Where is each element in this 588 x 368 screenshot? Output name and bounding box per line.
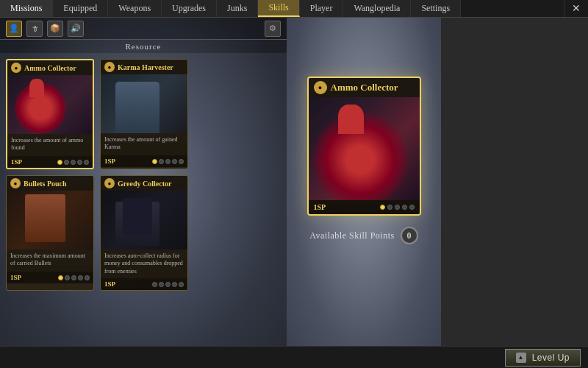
available-skill-points: Available Skill Points 0 [309, 227, 417, 244]
selected-card-dots [380, 205, 415, 210]
nav-missions[interactable]: Missions [0, 0, 53, 17]
skill-icon-special[interactable]: ⚙ [265, 21, 281, 37]
dot-1 [380, 205, 385, 210]
dot-3 [71, 160, 76, 165]
dot-4 [172, 159, 177, 164]
ammo-collector-title: Ammo Collector [24, 64, 76, 72]
karma-harvester-sp: 1SP [104, 158, 115, 165]
skill-icons-bar: 👤 🗡 📦 🔊 ⚙ [0, 18, 287, 40]
greedy-collector-dots [152, 282, 184, 287]
dot-1 [58, 275, 63, 280]
level-up-button[interactable]: ▲ Level Up [505, 349, 581, 367]
bullets-pouch-dots [58, 275, 90, 280]
greedy-collector-desc: Increases auto-collect radius for money … [101, 250, 187, 278]
ammo-collector-dots [57, 160, 89, 165]
dot-1 [57, 160, 62, 165]
nav-skills[interactable]: Skills [258, 0, 299, 17]
karma-harvester-image [101, 74, 187, 133]
selected-card-icon: ● [314, 81, 327, 94]
ammo-collector-icon: ● [11, 63, 21, 73]
dot-2 [159, 159, 164, 164]
dot-3 [165, 282, 171, 287]
resource-label: Resource [0, 40, 287, 53]
nav-equipped[interactable]: Equipped [53, 0, 108, 17]
selected-card-image [309, 97, 420, 200]
bullets-pouch-title: Bullets Pouch [24, 180, 67, 188]
dot-2 [65, 275, 70, 280]
selected-card-title: Ammo Collector [331, 82, 398, 93]
dot-3 [395, 205, 400, 210]
card-ammo-collector[interactable]: ● Ammo Collector Increases the amount of… [6, 59, 94, 169]
card-karma-harvester[interactable]: ● Karma Harvester Increases the amount o… [100, 59, 188, 169]
greedy-collector-sp: 1SP [104, 280, 115, 288]
card-greedy-collector[interactable]: ● Greedy Collector Increases auto-collec… [100, 175, 188, 291]
dot-2 [387, 205, 392, 210]
ammo-collector-image [7, 75, 93, 134]
dot-1 [152, 282, 157, 287]
main-layout: 👤 🗡 📦 🔊 ⚙ Resource ● Ammo Collector Incr… [0, 18, 588, 368]
ammo-collector-sp: 1SP [11, 158, 22, 166]
level-up-label: Level Up [532, 353, 570, 363]
dot-1 [152, 159, 157, 164]
karma-harvester-icon: ● [104, 62, 115, 72]
top-nav: Missions Equipped Weapons Upgrades Junks… [0, 0, 588, 18]
skill-icon-items[interactable]: 📦 [47, 21, 63, 37]
selected-card-sp: 1SP [314, 203, 326, 211]
selected-skill-card: ● Ammo Collector 1SP [307, 77, 421, 216]
nav-weapons[interactable]: Weapons [108, 0, 162, 17]
bullets-pouch-desc: Increases the maximum amount of carried … [7, 250, 93, 272]
nav-upgrades[interactable]: Upgrades [162, 0, 217, 17]
dot-5 [179, 159, 184, 164]
karma-harvester-desc: Increases the amount of gained Karma [101, 133, 187, 155]
dot-5 [179, 282, 184, 287]
cards-area: ● Ammo Collector Increases the amount of… [0, 53, 287, 297]
bullets-pouch-sp: 1SP [10, 274, 21, 281]
nav-player[interactable]: Player [300, 0, 344, 17]
karma-harvester-title: Karma Harvester [118, 63, 173, 71]
dot-2 [64, 160, 69, 165]
close-button[interactable]: ✕ [564, 0, 588, 17]
skill-icon-character[interactable]: 👤 [6, 21, 22, 37]
greedy-collector-image [101, 191, 187, 250]
dot-5 [409, 205, 415, 210]
bullets-pouch-icon: ● [10, 178, 21, 188]
dot-5 [84, 160, 89, 165]
dot-2 [159, 282, 164, 287]
nav-wanglopedia[interactable]: Wanglopedia [343, 0, 411, 17]
bottom-bar: ▲ Level Up [0, 346, 588, 368]
nav-junks[interactable]: Junks [217, 0, 258, 17]
dot-4 [172, 282, 177, 287]
card-bullets-pouch[interactable]: ● Bullets Pouch Increases the maximum am… [6, 175, 94, 291]
left-panel: 👤 🗡 📦 🔊 ⚙ Resource ● Ammo Collector Incr… [0, 18, 287, 368]
ammo-collector-desc: Increases the amount of ammo found [7, 134, 93, 156]
dot-4 [78, 275, 83, 280]
skill-icon-combat[interactable]: 🗡 [26, 21, 43, 37]
greedy-collector-icon: ● [104, 178, 115, 188]
bullets-pouch-image [7, 191, 93, 250]
dot-3 [165, 159, 171, 164]
greedy-collector-title: Greedy Collector [118, 180, 171, 188]
available-sp-label: Available Skill Points [309, 230, 394, 241]
karma-harvester-dots [152, 159, 184, 164]
level-up-icon: ▲ [516, 353, 526, 363]
dot-5 [85, 275, 90, 280]
sp-badge: 0 [401, 227, 418, 244]
skill-icon-sound[interactable]: 🔊 [68, 21, 84, 37]
dot-4 [77, 160, 82, 165]
dot-4 [402, 205, 407, 210]
dot-3 [71, 275, 76, 280]
nav-settings[interactable]: Settings [411, 0, 461, 17]
center-area: ● Ammo Collector 1SP Available Skill Poi… [287, 0, 441, 350]
